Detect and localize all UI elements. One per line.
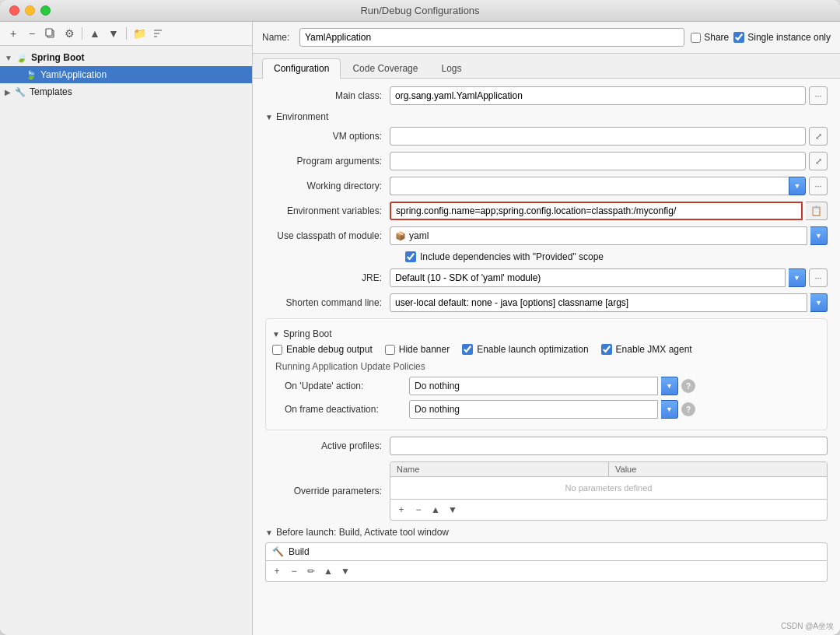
params-add-btn[interactable]: + xyxy=(394,502,409,517)
single-instance-checkbox[interactable] xyxy=(733,32,744,43)
move-down-button[interactable]: ▼ xyxy=(105,25,122,42)
share-area: Share Single instance only xyxy=(691,32,831,43)
params-move-up-btn[interactable]: ▲ xyxy=(428,502,443,517)
sort-button[interactable] xyxy=(149,25,166,42)
env-vars-browse-btn[interactable]: 📋 xyxy=(806,202,828,220)
close-button[interactable] xyxy=(9,5,19,16)
working-dir-label: Working directory: xyxy=(265,181,390,191)
before-launch-toolbar: + − ✏ ▲ ▼ xyxy=(266,560,827,581)
active-profiles-input[interactable] xyxy=(390,437,828,455)
spring-boot-header[interactable]: ▼ 🍃 Spring Boot xyxy=(0,49,252,66)
module-value: yaml xyxy=(409,230,429,241)
hide-banner-checkbox[interactable] xyxy=(385,345,395,355)
share-label: Share xyxy=(691,32,729,43)
classpath-label: Use classpath of module: xyxy=(265,230,390,241)
spring-boot-options: Enable debug output Hide banner Enable l… xyxy=(272,344,821,355)
module-dropdown[interactable]: 📦 yaml xyxy=(390,226,807,245)
yaml-application-label: YamlApplication xyxy=(40,69,107,80)
move-up-button[interactable]: ▲ xyxy=(86,25,103,42)
enable-debug-option: Enable debug output xyxy=(272,344,373,355)
shorten-cmd-control: ▼ xyxy=(390,293,828,312)
main-class-row: Main class: ··· xyxy=(265,86,828,105)
working-dir-browse-btn[interactable]: ··· xyxy=(809,177,828,195)
include-deps-checkbox[interactable] xyxy=(405,251,416,262)
on-update-dropdown-arrow[interactable]: ▼ xyxy=(661,377,678,395)
on-frame-select[interactable]: Do nothing xyxy=(409,400,658,419)
on-update-select[interactable]: Do nothing xyxy=(409,377,658,395)
copy-button[interactable] xyxy=(42,25,59,42)
main-class-input[interactable] xyxy=(390,86,806,105)
remove-button[interactable]: − xyxy=(23,25,40,42)
launch-remove-btn[interactable]: − xyxy=(286,563,302,579)
enable-launch-label: Enable launch optimization xyxy=(477,344,588,355)
env-vars-input[interactable] xyxy=(390,202,803,220)
launch-move-down-btn[interactable]: ▼ xyxy=(338,563,353,579)
launch-edit-btn[interactable]: ✏ xyxy=(303,563,319,579)
spring-boot-section-header: ▼ Spring Boot xyxy=(272,328,821,339)
templates-icon: 🔧 xyxy=(14,86,26,98)
on-update-help-icon[interactable]: ? xyxy=(681,379,695,393)
vm-options-expand-btn[interactable]: ⤢ xyxy=(809,127,828,146)
jre-control: ▼ ··· xyxy=(390,268,828,287)
tab-code-coverage[interactable]: Code Coverage xyxy=(341,58,429,78)
expand-icon: ▼ xyxy=(5,54,12,62)
params-move-down-btn[interactable]: ▼ xyxy=(445,502,460,517)
on-frame-dropdown-arrow[interactable]: ▼ xyxy=(661,400,678,419)
share-checkbox[interactable] xyxy=(691,33,701,43)
on-frame-help-icon[interactable]: ? xyxy=(681,402,695,416)
shorten-cmd-label: Shorten command line: xyxy=(265,297,390,308)
tab-logs[interactable]: Logs xyxy=(429,58,473,78)
yaml-application-item[interactable]: 🍃 YamlApplication xyxy=(0,66,252,83)
module-dropdown-arrow[interactable]: ▼ xyxy=(810,226,828,245)
spring-boot-icon: 🍃 xyxy=(16,51,28,64)
active-profiles-row: Active profiles: xyxy=(265,437,828,455)
main-class-control: ··· xyxy=(390,86,828,105)
name-input[interactable] xyxy=(299,28,684,47)
main-class-expand-btn[interactable]: ··· xyxy=(809,86,828,105)
main-class-label: Main class: xyxy=(265,90,390,101)
shorten-cmd-input[interactable] xyxy=(390,293,807,312)
vm-options-control: ⤢ xyxy=(390,127,828,146)
minimize-button[interactable] xyxy=(25,5,35,16)
templates-item[interactable]: ▶ 🔧 Templates xyxy=(0,83,252,100)
include-deps-text: Include dependencies with "Provided" sco… xyxy=(420,251,604,262)
environment-header: ▼ Environment xyxy=(265,111,828,122)
single-instance-label: Single instance only xyxy=(733,32,831,43)
shorten-cmd-dropdown-arrow[interactable]: ▼ xyxy=(810,293,828,312)
templates-label: Templates xyxy=(30,86,72,97)
before-launch-list: 🔨 Build + − ✏ ▲ ▼ xyxy=(265,542,828,582)
params-table-header: Name Value xyxy=(390,462,827,477)
svg-rect-1 xyxy=(46,29,52,36)
add-button[interactable]: + xyxy=(5,25,22,42)
jre-browse-btn[interactable]: ··· xyxy=(809,268,828,287)
jre-input[interactable] xyxy=(390,268,786,287)
enable-launch-checkbox[interactable] xyxy=(462,344,473,355)
vm-options-input[interactable] xyxy=(390,127,806,146)
sidebar-tree: ▼ 🍃 Spring Boot 🍃 YamlApplication ▶ 🔧 Te… xyxy=(0,46,252,635)
params-table: Name Value No parameters defined + − ▲ ▼ xyxy=(390,461,828,521)
before-launch-section: ▼ Before launch: Build, Activate tool wi… xyxy=(265,527,828,582)
program-args-expand-btn[interactable]: ⤢ xyxy=(809,152,828,170)
tab-configuration[interactable]: Configuration xyxy=(262,58,341,79)
watermark: CSDN @A坐埃 xyxy=(781,621,834,632)
program-args-input[interactable] xyxy=(390,152,806,170)
launch-add-btn[interactable]: + xyxy=(269,563,285,579)
working-dir-input[interactable] xyxy=(390,177,789,195)
build-item: 🔨 Build xyxy=(266,543,827,560)
before-launch-title: Before launch: Build, Activate tool wind… xyxy=(276,527,449,538)
enable-jmx-checkbox[interactable] xyxy=(601,344,612,355)
spring-boot-section-title: Spring Boot xyxy=(283,328,332,339)
maximize-button[interactable] xyxy=(40,5,51,16)
enable-debug-checkbox[interactable] xyxy=(272,345,282,355)
params-remove-btn[interactable]: − xyxy=(411,502,426,517)
settings-button[interactable]: ⚙ xyxy=(61,25,78,42)
on-frame-control: Do nothing ▼ ? xyxy=(409,400,695,419)
folder-button[interactable]: 📁 xyxy=(131,25,148,42)
launch-move-up-btn[interactable]: ▲ xyxy=(320,563,336,579)
spring-boot-arrow-icon: ▼ xyxy=(272,330,280,339)
jre-dropdown-arrow[interactable]: ▼ xyxy=(789,268,806,287)
env-vars-label: Environment variables: xyxy=(265,205,390,216)
config-panel: Main class: ··· ▼ Environment VM options… xyxy=(253,79,840,635)
on-frame-label: On frame deactivation: xyxy=(285,404,409,415)
working-dir-dropdown-btn[interactable]: ▼ xyxy=(789,177,806,195)
